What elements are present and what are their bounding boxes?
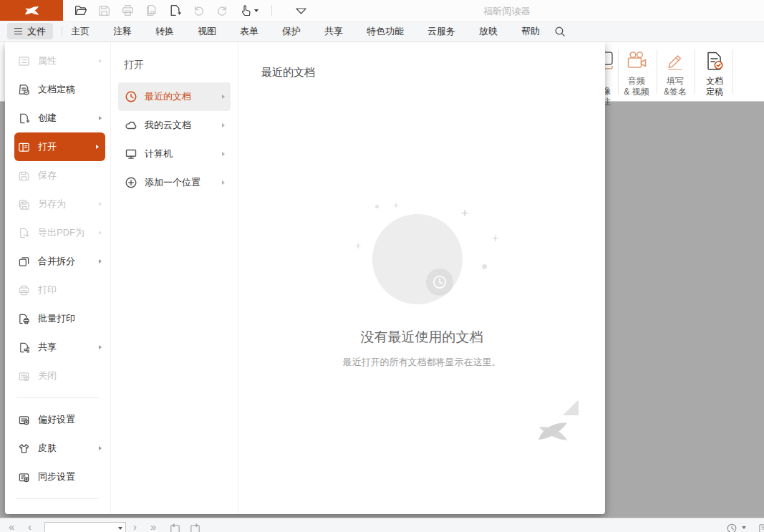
batch-print-icon [18,313,30,325]
share-icon [18,342,30,354]
hand-tool-dropdown-icon[interactable] [254,9,258,12]
sidebar-item-save[interactable]: 保存 [5,161,110,190]
last-page-icon[interactable]: » [150,522,156,532]
file-menu-sidebar: 属性 文档定稿 创建 打开 保存 另存为 [5,42,111,514]
search-icon[interactable] [554,26,566,37]
open-item-computer[interactable]: 计算机 [118,140,231,168]
sidebar-item-close[interactable]: 关闭 [5,362,110,390]
save-icon[interactable] [97,3,112,18]
sidebar-item-share[interactable]: 共享 [5,333,110,362]
undo-icon[interactable] [191,3,206,18]
sidebar-item-sync-settings[interactable]: 同步设置 [5,463,110,491]
document-check-icon [704,50,725,72]
document-check-icon [18,84,30,96]
sidebar-item-open[interactable]: 打开 [14,132,105,161]
submenu-arrow-icon [99,345,102,349]
sidebar-item-print[interactable]: 打印 [5,276,110,304]
merge-split-icon [18,256,30,268]
first-page-icon[interactable]: « [9,522,14,532]
document-finalize-label: 文档定稿 [706,76,723,97]
decor-dot [375,205,379,208]
history-icon[interactable] [726,523,738,532]
open-item-add-place[interactable]: 添加一个位置 [118,168,231,197]
document-finalize-button[interactable]: 文档定稿 [695,50,734,97]
sidebar-item-merge-split[interactable]: 合并拆分 [5,247,110,276]
sidebar-item-preferences[interactable]: 偏好设置 [5,405,110,434]
tab-view[interactable]: 视图 [198,25,216,38]
page-number-combobox[interactable] [44,522,126,532]
app-window: { "window": { "title": "福昕阅读器" }, "color… [0,0,764,532]
submenu-arrow-icon [99,59,102,63]
cloud-icon [125,119,137,132]
tab-cloud[interactable]: 云服务 [427,25,455,38]
history-dropdown-icon[interactable] [742,526,746,529]
sidebar-separator [16,397,99,398]
print-icon[interactable] [120,3,135,18]
fill-sign-button[interactable]: 填写&签名 [656,50,695,97]
sidebar-item-save-as[interactable]: 另存为 [5,190,110,218]
file-menu-label: 文件 [27,25,46,38]
audio-video-button[interactable]: 音频& 视频 [617,50,656,97]
file-menu-button[interactable]: 文件 [7,23,53,39]
copy-document-icon[interactable] [144,3,159,18]
tab-convert[interactable]: 转换 [155,25,174,38]
print-icon [18,284,30,296]
open-item-cloud-documents[interactable]: 我的云文档 [118,111,231,140]
sidebar-item-export-pdf[interactable]: 导出PDF为 [5,218,110,247]
tab-share[interactable]: 共享 [324,25,343,38]
menubar: 文件 主页 注释 转换 视图 表单 保护 共享 特色功能 云服务 放映 帮助 [0,21,764,42]
sidebar-item-batch-print[interactable]: 批量打印 [5,304,110,333]
open-panel-title: 打开 [124,59,231,72]
sidebar-item-finalize[interactable]: 文档定稿 [5,75,110,104]
quick-access-toolbar [73,3,309,18]
tab-comment[interactable]: 注释 [113,25,132,38]
titlebar: 福昕阅读器 [0,0,764,21]
submenu-arrow-icon [99,116,102,120]
tab-home[interactable]: 主页 [71,25,90,38]
submenu-arrow-icon [222,95,225,99]
decor-plus-icon: + [355,241,361,251]
close-document-icon [18,370,30,382]
add-place-icon [125,176,137,189]
new-document-icon[interactable] [168,3,183,18]
open-item-recent-documents[interactable]: 最近的文档 [118,82,231,111]
tab-features[interactable]: 特色功能 [367,25,404,38]
next-page-icon[interactable]: › [133,522,137,532]
statusbar: « ‹ › » [0,518,764,532]
hamburger-icon [14,28,22,34]
redo-icon[interactable] [215,3,230,18]
sidebar-item-skin[interactable]: 皮肤 [5,434,110,463]
submenu-arrow-icon [99,202,102,206]
file-menu-panel: 属性 文档定稿 创建 打开 保存 另存为 [5,42,605,514]
snapshot-forward-icon[interactable] [189,523,201,532]
page-combo-dropdown-icon[interactable] [118,527,122,530]
open-folder-icon[interactable] [73,3,88,18]
fox-icon [537,421,569,442]
audio-video-label: 音频& 视频 [624,76,649,97]
previous-page-icon[interactable]: ‹ [28,522,32,532]
sidebar-item-properties[interactable]: 属性 [5,47,110,75]
submenu-arrow-icon [99,446,102,450]
window-title: 福昕阅读器 [484,5,531,18]
open-icon [18,141,30,153]
customize-toolbar-icon[interactable] [294,3,309,18]
snapshot-back-icon[interactable] [169,523,181,532]
tab-protect[interactable]: 保护 [282,25,301,38]
decor-plus-icon: + [460,206,468,220]
save-as-icon [18,198,30,211]
hand-tool-icon[interactable] [238,3,260,18]
sidebar-item-create[interactable]: 创建 [5,104,110,132]
recent-panel-title: 最近的文档 [261,66,605,79]
pencil-icon [664,50,686,72]
empty-clock-badge [426,269,453,296]
tab-help[interactable]: 帮助 [521,25,540,38]
document-area: 像 注 音频& 视频 填写&签名 文档定稿 属性 [0,42,764,518]
tab-form[interactable]: 表单 [240,25,258,38]
video-camera-icon [626,50,647,72]
export-icon [18,227,30,239]
tab-present[interactable]: 放映 [479,25,498,38]
tshirt-icon [18,442,30,455]
layout-icon[interactable] [758,523,764,532]
recent-documents-panel: 最近的文档 + + + + 没有最近使用的文档 最近打开的所有文档都将显示在这里… [238,42,605,514]
save-icon [18,170,30,182]
